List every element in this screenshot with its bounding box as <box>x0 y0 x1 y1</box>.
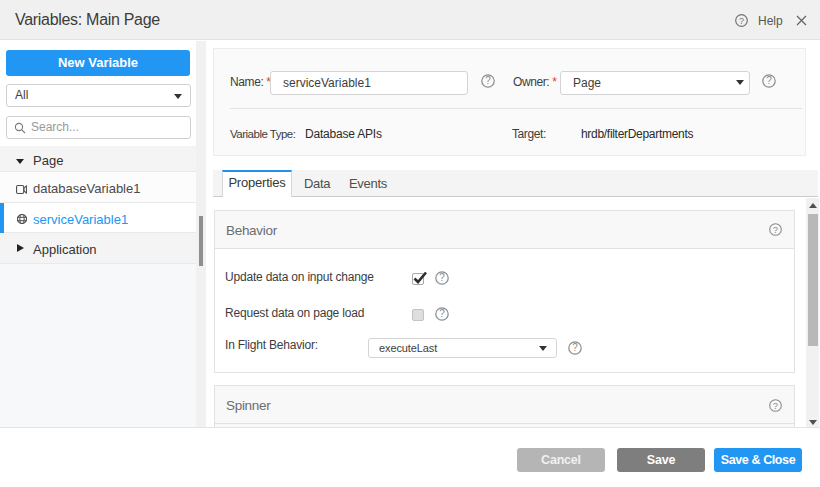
svg-text:?: ? <box>739 16 744 26</box>
svg-text:?: ? <box>773 399 778 410</box>
svg-text:?: ? <box>572 342 578 353</box>
svg-text:?: ? <box>773 224 778 235</box>
svg-text:?: ? <box>439 272 445 283</box>
svg-text:?: ? <box>766 75 772 86</box>
svg-text:?: ? <box>485 75 491 86</box>
svg-text:?: ? <box>439 308 445 319</box>
